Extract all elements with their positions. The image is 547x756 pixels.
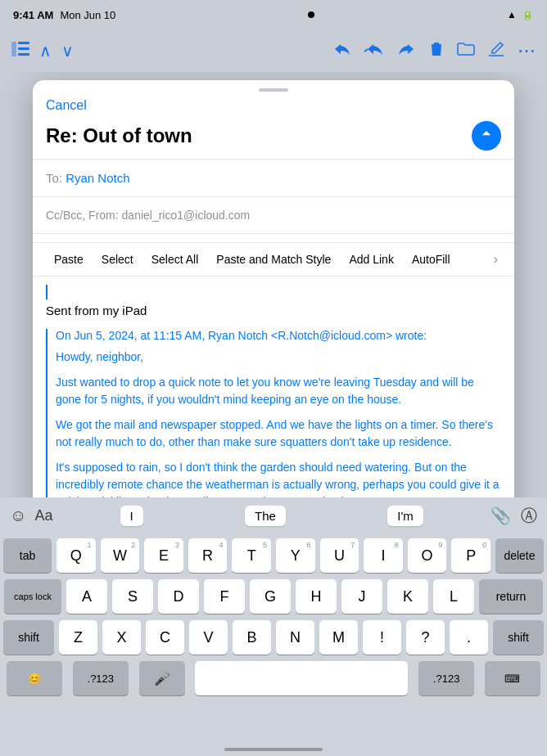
folder-icon[interactable] bbox=[457, 42, 475, 61]
key-q[interactable]: 1Q bbox=[57, 538, 96, 573]
font-size-icon[interactable]: Aa bbox=[34, 507, 52, 524]
trash-icon[interactable] bbox=[429, 40, 444, 62]
key-y[interactable]: 6Y bbox=[276, 538, 315, 573]
mic-key[interactable]: 🎤 bbox=[139, 661, 185, 695]
status-date: Mon Jun 10 bbox=[60, 9, 115, 21]
paste-match-style-button[interactable]: Paste and Match Style bbox=[208, 248, 339, 271]
key-c[interactable]: C bbox=[146, 620, 184, 655]
context-menu-more-arrow[interactable]: › bbox=[490, 252, 501, 267]
key-o[interactable]: 9O bbox=[408, 538, 447, 573]
sheet-handle bbox=[259, 88, 288, 92]
key-b[interactable]: B bbox=[233, 620, 271, 655]
key-u-main: U bbox=[334, 547, 345, 565]
key-n[interactable]: N bbox=[276, 620, 314, 655]
key-u-sub: 7 bbox=[350, 541, 355, 549]
sheet-header: Cancel bbox=[33, 97, 514, 121]
key-e[interactable]: 3E bbox=[144, 538, 183, 573]
key-s[interactable]: S bbox=[112, 579, 153, 614]
key-y-main: Y bbox=[291, 547, 301, 565]
subject-text: Re: Out of town bbox=[46, 124, 472, 147]
status-time: 9:41 AM bbox=[13, 9, 53, 21]
quicktype-word-3[interactable]: I'm bbox=[387, 506, 423, 526]
key-e-sub: 3 bbox=[175, 541, 179, 549]
numbers-key-right[interactable]: .?123 bbox=[418, 661, 474, 695]
key-s-main: S bbox=[128, 588, 138, 605]
signature: Sent from my iPad bbox=[46, 304, 501, 317]
tab-key[interactable]: tab bbox=[3, 538, 52, 573]
add-link-button[interactable]: Add Link bbox=[341, 248, 401, 271]
keyboard-rows: tab 1Q 2W 3E 4R 5T 6Y 7U 8I 9O 0P delete… bbox=[0, 533, 547, 695]
quicktype-word-2[interactable]: The bbox=[245, 506, 286, 526]
cancel-button[interactable]: Cancel bbox=[46, 98, 87, 113]
key-x[interactable]: X bbox=[102, 620, 141, 655]
key-m[interactable]: M bbox=[319, 620, 358, 655]
key-question[interactable]: ? bbox=[406, 620, 445, 655]
key-f[interactable]: F bbox=[204, 579, 245, 614]
reply-icon[interactable] bbox=[332, 41, 350, 61]
key-period[interactable]: . bbox=[450, 620, 488, 655]
shift-key-left[interactable]: shift bbox=[3, 620, 54, 655]
keyboard-dismiss-key[interactable]: ⌨ bbox=[485, 661, 540, 695]
reply-all-icon[interactable] bbox=[364, 41, 385, 61]
key-w[interactable]: 2W bbox=[101, 538, 140, 573]
delete-key[interactable]: delete bbox=[495, 538, 544, 573]
key-g[interactable]: G bbox=[250, 579, 291, 614]
key-r[interactable]: 4R bbox=[188, 538, 228, 573]
tab-label: tab bbox=[20, 549, 35, 562]
key-v[interactable]: V bbox=[189, 620, 228, 655]
attachment-icon[interactable]: 📎 bbox=[490, 506, 511, 525]
send-button[interactable] bbox=[472, 121, 501, 151]
key-h[interactable]: H bbox=[296, 579, 337, 614]
key-k[interactable]: K bbox=[387, 579, 428, 614]
divider-2 bbox=[33, 196, 514, 197]
key-i[interactable]: 8I bbox=[364, 538, 403, 573]
key-u[interactable]: 7U bbox=[320, 538, 359, 573]
numbers-key-left[interactable]: .?123 bbox=[73, 661, 129, 695]
caps-lock-key[interactable]: caps lock bbox=[4, 579, 61, 614]
key-p[interactable]: 0P bbox=[451, 538, 490, 573]
sidebar-toggle-icon[interactable] bbox=[11, 42, 29, 61]
email-body[interactable]: Sent from my iPad On Jun 5, 2024, at 11:… bbox=[33, 277, 514, 524]
key-x-main: X bbox=[116, 629, 126, 646]
paste-button[interactable]: Paste bbox=[46, 248, 92, 271]
prev-message-icon[interactable]: ∧ bbox=[39, 41, 52, 61]
svg-rect-0 bbox=[11, 42, 16, 56]
compose-icon[interactable] bbox=[488, 41, 504, 61]
key-g-main: G bbox=[264, 588, 276, 605]
autofill-button[interactable]: AutoFill bbox=[404, 248, 459, 271]
key-r-sub: 4 bbox=[219, 541, 223, 549]
key-z[interactable]: Z bbox=[59, 620, 97, 655]
key-d[interactable]: D bbox=[158, 579, 199, 614]
quoted-para-1: Howdy, neighbor, bbox=[56, 349, 501, 366]
forward-icon[interactable] bbox=[398, 41, 416, 61]
select-all-button[interactable]: Select All bbox=[143, 248, 207, 271]
key-c-main: C bbox=[160, 629, 170, 646]
to-name[interactable]: Ryan Notch bbox=[66, 171, 129, 185]
key-l[interactable]: L bbox=[433, 579, 474, 614]
next-message-icon[interactable]: ∨ bbox=[61, 41, 74, 61]
return-key[interactable]: return bbox=[479, 579, 543, 614]
more-icon[interactable]: ⋯ bbox=[518, 40, 536, 61]
key-exclaim[interactable]: ! bbox=[363, 620, 401, 655]
dictation-alt-icon[interactable]: Ⓐ bbox=[521, 505, 537, 527]
keyboard-settings-icon[interactable]: ☺ bbox=[10, 506, 26, 525]
subject-area: Re: Out of town bbox=[33, 121, 514, 151]
quicktype-word-1[interactable]: I bbox=[120, 506, 143, 526]
svg-rect-3 bbox=[18, 53, 29, 56]
key-j[interactable]: J bbox=[341, 579, 382, 614]
key-k-main: K bbox=[403, 588, 413, 605]
key-y-sub: 6 bbox=[307, 541, 311, 549]
shift-key-right[interactable]: shift bbox=[493, 620, 544, 655]
key-a[interactable]: A bbox=[66, 579, 107, 614]
emoji-key[interactable]: 😊 bbox=[7, 661, 62, 695]
space-key[interactable] bbox=[195, 661, 408, 695]
keyboard-row-3: shift Z X C V B N M ! ? . shift bbox=[3, 620, 544, 655]
mic-label: 🎤 bbox=[154, 671, 170, 686]
toolbar-right: ⋯ bbox=[332, 40, 536, 62]
key-o-main: O bbox=[422, 547, 433, 565]
shift-right-label: shift bbox=[508, 631, 529, 644]
key-v-main: V bbox=[203, 629, 213, 646]
select-button[interactable]: Select bbox=[93, 248, 142, 271]
key-t[interactable]: 5T bbox=[232, 538, 271, 573]
key-f-main: F bbox=[220, 588, 229, 605]
